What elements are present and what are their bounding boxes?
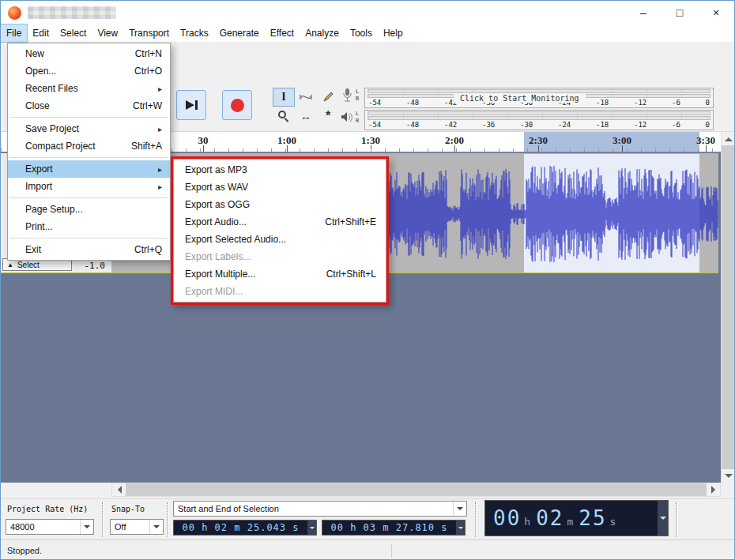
menu-item-export-labels: Export Labels... (174, 248, 386, 265)
chevron-down-icon (453, 502, 466, 516)
chevron-down-icon[interactable] (658, 501, 668, 536)
menu-item-open[interactable]: Open...Ctrl+O (8, 62, 170, 80)
skip-to-end-button[interactable] (176, 90, 206, 120)
zoom-tool-button[interactable] (273, 107, 295, 126)
menu-separator (9, 197, 168, 198)
menu-item-export[interactable]: Export▸ (8, 160, 170, 178)
menu-item-recent-files[interactable]: Recent Files▸ (8, 80, 170, 97)
scroll-up-button[interactable] (722, 132, 735, 145)
menu-item-import[interactable]: Import▸ (8, 178, 170, 195)
menubar-item-file[interactable]: File (1, 24, 27, 42)
selection-start-field[interactable]: 00 h 02 m 25.043 s (173, 520, 317, 536)
menubar-item-view[interactable]: View (92, 24, 123, 42)
chevron-down-icon[interactable] (307, 521, 316, 535)
selection-mode-dropdown[interactable]: Start and End of Selection (173, 501, 467, 517)
menu-item-export-audio[interactable]: Export Audio...Ctrl+Shift+E (174, 213, 386, 231)
menu-separator (9, 157, 168, 158)
record-button[interactable] (222, 90, 252, 120)
ibeam-icon: I (281, 91, 285, 103)
menubar-item-generate[interactable]: Generate (214, 24, 265, 42)
menu-item-export-as-mp3[interactable]: Export as MP3 (174, 161, 386, 179)
selection-end-field[interactable]: 00 h 03 m 27.810 s (322, 520, 466, 536)
recording-meter-left-bar (368, 89, 710, 93)
menubar-item-help[interactable]: Help (378, 24, 409, 42)
monitoring-hint[interactable]: Click to Start Monitoring (454, 94, 586, 103)
vertical-scrollbar[interactable] (721, 132, 735, 483)
status-text: Stopped. (7, 546, 42, 555)
scroll-left-button[interactable] (112, 483, 126, 496)
selection-tool-button[interactable]: I (273, 88, 295, 107)
vertical-scroll-thumb[interactable] (722, 145, 735, 469)
vertical-scale-label: -1.0 (85, 261, 106, 271)
playback-meter-right-bar (368, 116, 710, 120)
menubar-item-tracks[interactable]: Tracks (175, 24, 214, 42)
window-title-censored (28, 6, 116, 19)
timeline-selection[interactable] (524, 132, 699, 152)
menu-item-close[interactable]: CloseCtrl+W (8, 97, 170, 115)
menubar-item-edit[interactable]: Edit (27, 24, 55, 42)
recording-meter[interactable]: -54-48 -42-36 -30-24 -18-12 -60 Click to… (364, 88, 714, 108)
playback-speaker-icon (341, 111, 354, 123)
menubar-item-analyze[interactable]: Analyze (300, 24, 345, 42)
menubar-item-transport[interactable]: Transport (123, 24, 175, 42)
menu-bar: File Edit Select View Transport Tracks G… (1, 24, 734, 43)
submenu-arrow-icon: ▸ (158, 165, 162, 174)
menu-item-save-project[interactable]: Save Project▸ (8, 120, 170, 137)
audacity-window: – □ × File Edit Select View Transport Tr… (0, 0, 735, 560)
snap-to-label: Snap-To (111, 505, 145, 513)
project-rate-label: Project Rate (Hz) (7, 505, 88, 513)
menu-item-export-as-wav[interactable]: Export as WAV (174, 179, 386, 196)
maximize-button[interactable]: □ (662, 1, 698, 24)
playback-meter-left-bar (368, 111, 710, 115)
timeshift-icon: ↔ (300, 110, 311, 122)
menu-item-page-setup[interactable]: Page Setup... (8, 201, 170, 218)
microphone-icon (342, 88, 352, 103)
menu-separator (9, 238, 168, 239)
menu-item-export-midi: Export MIDI... (174, 283, 386, 300)
pencil-icon (322, 92, 334, 103)
menu-item-print[interactable]: Print... (8, 218, 170, 235)
menu-item-exit[interactable]: ExitCtrl+Q (8, 241, 170, 258)
position-seconds: 25 (579, 506, 606, 530)
playback-meter-lr-labels: LR (356, 111, 359, 125)
project-rate-dropdown[interactable]: 48000 (6, 519, 94, 535)
hours-unit: h (524, 516, 530, 528)
scroll-right-button[interactable] (707, 483, 720, 496)
timeshift-tool-button[interactable]: ↔ (295, 107, 317, 126)
scroll-down-button[interactable] (722, 469, 735, 483)
track-select-label: Select (17, 261, 40, 269)
status-bar: Stopped. (1, 539, 735, 560)
close-button[interactable]: × (698, 1, 734, 24)
annotation-red-box: Export as MP3 Export as WAV Export as OG… (171, 156, 389, 305)
menubar-item-effect[interactable]: Effect (265, 24, 300, 42)
submenu-arrow-icon: ▸ (158, 125, 162, 133)
chevron-down-icon[interactable] (456, 521, 465, 535)
minimize-button[interactable]: – (625, 1, 662, 24)
envelope-tool-button[interactable] (295, 88, 317, 107)
menu-separator (9, 117, 168, 118)
envelope-icon (299, 92, 313, 102)
horizontal-scrollbar[interactable] (111, 483, 721, 497)
menu-item-new[interactable]: NewCtrl+N (8, 45, 170, 62)
menubar-item-tools[interactable]: Tools (345, 24, 378, 42)
menu-item-compact-project[interactable]: Compact ProjectShift+A (8, 137, 170, 155)
minutes-unit: m (567, 516, 573, 528)
menu-item-export-multiple[interactable]: Export Multiple...Ctrl+Shift+L (174, 265, 386, 283)
multi-tool-button[interactable]: * (317, 107, 339, 126)
chevron-down-icon (80, 520, 93, 534)
multitool-icon: * (326, 112, 330, 120)
menu-item-export-selected-audio[interactable]: Export Selected Audio... (174, 231, 386, 248)
export-submenu: Export as MP3 Export as WAV Export as OG… (173, 159, 386, 303)
recording-meter-lr-labels: LR (356, 88, 359, 103)
playback-meter[interactable]: -54-48 -42-36 -30-24 -18-12 -60 (364, 110, 714, 130)
scrollbar-corner (721, 483, 735, 497)
menu-item-export-as-ogg[interactable]: Export as OGG (174, 196, 386, 213)
snap-to-dropdown[interactable]: Off (110, 519, 164, 535)
menubar-item-select[interactable]: Select (55, 24, 92, 42)
audio-position-display[interactable]: 00 h 02 m 25 s (484, 500, 669, 536)
horizontal-scroll-thumb[interactable] (126, 483, 707, 496)
seconds-unit: s (610, 516, 616, 528)
draw-tool-button[interactable] (317, 88, 339, 107)
record-icon (231, 99, 244, 112)
tools-toolbar: I ↔ * (273, 88, 341, 127)
